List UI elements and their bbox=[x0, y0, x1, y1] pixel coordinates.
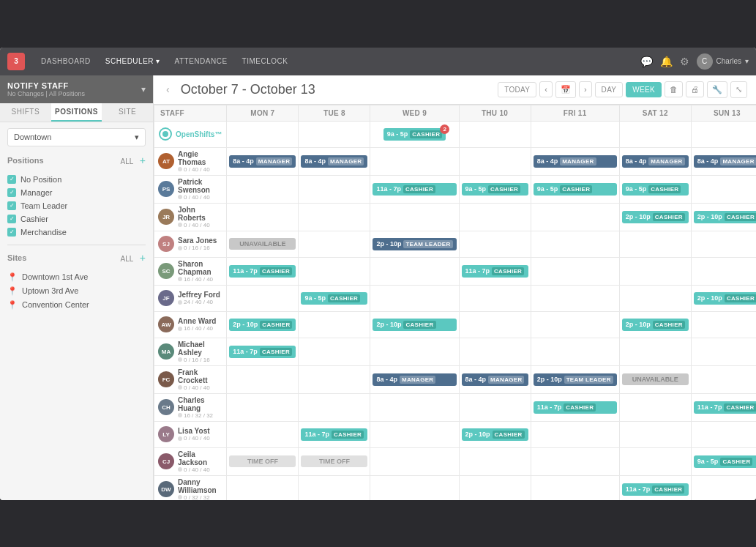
user-menu[interactable]: C Charles ▾ bbox=[697, 53, 749, 70]
tab-site[interactable]: SITE bbox=[102, 103, 153, 122]
fullscreen-btn[interactable]: ⤡ bbox=[730, 81, 747, 98]
shift-block[interactable]: 2p - 10p CASHIER bbox=[229, 319, 296, 331]
cell-ceila-jackson-tue[interactable]: TIME OFF bbox=[299, 447, 370, 475]
cell-danny-williamson-fri[interactable] bbox=[531, 475, 619, 500]
cell-ceila-jackson-fri[interactable] bbox=[531, 447, 619, 475]
cell-charles-huang-wed[interactable] bbox=[370, 393, 459, 421]
cell-sharon-chapman-sat[interactable] bbox=[619, 257, 691, 285]
cell-frank-crockett-fri[interactable]: 2p - 10p TEAM LEADER bbox=[531, 365, 619, 393]
print-btn[interactable]: 🖨 bbox=[686, 81, 704, 97]
cell-frank-crockett-mon[interactable] bbox=[227, 365, 299, 393]
cell-john-roberts-fri[interactable] bbox=[531, 203, 619, 231]
cell-michael-ashley-fri[interactable] bbox=[531, 338, 619, 365]
cell-patrick-swenson-thu[interactable]: 9a - 5p CASHIER bbox=[459, 175, 531, 203]
shift-block[interactable]: UNAVAILABLE bbox=[229, 238, 296, 250]
shift-block[interactable]: 11a - 7p CASHIER bbox=[462, 265, 528, 278]
trash-btn[interactable]: 🗑 bbox=[665, 81, 683, 97]
cell-patrick-swenson-sat[interactable]: 9a - 5p CASHIER bbox=[619, 175, 691, 203]
cell-patrick-swenson-wed[interactable]: 11a - 7p CASHIER bbox=[370, 175, 459, 203]
cell-anne-ward-mon[interactable]: 2p - 10p CASHIER bbox=[227, 311, 299, 338]
shift-block[interactable]: 11a - 7p CASHIER bbox=[622, 483, 689, 496]
cell-jeffrey-ford-wed[interactable] bbox=[370, 285, 459, 311]
nav-scheduler[interactable]: SCHEDULER ▾ bbox=[100, 54, 166, 68]
cell-charles-huang-tue[interactable] bbox=[299, 393, 370, 421]
shift-block[interactable]: 9a - 5p CASHIER 2 bbox=[383, 128, 446, 141]
cell-angie-thomas-tue[interactable]: 8a - 4p MANAGER bbox=[299, 147, 370, 175]
cell-john-roberts-sun[interactable]: 2p - 10p CASHIER bbox=[691, 203, 756, 231]
cell-michael-ashley-wed[interactable] bbox=[370, 338, 459, 365]
shift-block[interactable]: 8a - 4p MANAGER bbox=[301, 155, 367, 168]
cell-ceila-jackson-thu[interactable] bbox=[459, 447, 531, 475]
shift-block[interactable]: UNAVAILABLE bbox=[622, 373, 689, 385]
cell-michael-ashley-sat[interactable] bbox=[619, 338, 691, 365]
nav-dashboard[interactable]: DASHBOARD bbox=[35, 54, 97, 68]
cell-john-roberts-wed[interactable] bbox=[370, 203, 459, 231]
notify-staff-header[interactable]: NOTIFY STAFF No Changes | All Positions … bbox=[0, 75, 153, 103]
location-dropdown[interactable]: Downtown ▾ bbox=[7, 128, 146, 146]
cell-lisa-yost-thu[interactable]: 2p - 10p CASHIER bbox=[459, 421, 531, 447]
cell-patrick-swenson-mon[interactable] bbox=[227, 175, 299, 203]
cell-angie-thomas-wed[interactable] bbox=[370, 147, 459, 175]
shift-block[interactable]: 2p - 10p TEAM LEADER bbox=[373, 238, 456, 250]
shift-block[interactable]: 2p - 10p CASHIER bbox=[462, 428, 528, 441]
cell-sara-jones-fri[interactable] bbox=[531, 231, 619, 257]
cell-lisa-yost-tue[interactable]: 11a - 7p CASHIER bbox=[299, 421, 370, 447]
open-shift-sun[interactable] bbox=[691, 121, 756, 147]
cell-danny-williamson-sun[interactable] bbox=[691, 475, 756, 500]
chat-icon[interactable]: 💬 bbox=[640, 56, 653, 67]
app-logo[interactable]: 3 bbox=[7, 53, 25, 70]
cell-michael-ashley-tue[interactable] bbox=[299, 338, 370, 365]
cell-john-roberts-sat[interactable]: 2p - 10p CASHIER bbox=[619, 203, 691, 231]
cell-jeffrey-ford-fri[interactable] bbox=[531, 285, 619, 311]
sites-all-btn[interactable]: ALL bbox=[121, 255, 134, 263]
cell-anne-ward-sun[interactable] bbox=[691, 311, 756, 338]
shift-block[interactable]: 11a - 7p CASHIER bbox=[373, 183, 456, 196]
shift-block[interactable]: 2p - 10p CASHIER bbox=[694, 292, 756, 305]
cell-angie-thomas-thu[interactable] bbox=[459, 147, 531, 175]
shift-block[interactable]: 11a - 7p CASHIER bbox=[694, 401, 756, 414]
site-downtown[interactable]: 📍 Downtown 1st Ave bbox=[7, 270, 146, 284]
cell-sharon-chapman-tue[interactable] bbox=[299, 257, 370, 285]
shift-block[interactable]: 11a - 7p CASHIER bbox=[229, 265, 296, 278]
cell-angie-thomas-fri[interactable]: 8a - 4p MANAGER bbox=[531, 147, 619, 175]
cell-ceila-jackson-mon[interactable]: TIME OFF bbox=[227, 447, 299, 475]
shift-block[interactable]: 11a - 7p CASHIER bbox=[301, 428, 367, 441]
settings-icon[interactable]: ⚙ bbox=[680, 56, 689, 67]
cell-sara-jones-tue[interactable] bbox=[299, 231, 370, 257]
position-team-leader[interactable]: ✓ Team Leader bbox=[7, 199, 146, 212]
cell-patrick-swenson-tue[interactable] bbox=[299, 175, 370, 203]
cell-sara-jones-thu[interactable] bbox=[459, 231, 531, 257]
cell-jeffrey-ford-sat[interactable] bbox=[619, 285, 691, 311]
shift-block[interactable]: 11a - 7p CASHIER bbox=[534, 401, 617, 414]
open-shift-thu[interactable] bbox=[459, 121, 531, 147]
shift-block[interactable]: 9a - 5p CASHIER bbox=[622, 183, 689, 196]
cell-frank-crockett-sat[interactable]: UNAVAILABLE bbox=[619, 365, 691, 393]
shift-block[interactable]: 2p - 10p TEAM LEADER bbox=[534, 373, 617, 386]
site-convention[interactable]: 📍 Convention Center bbox=[7, 298, 146, 312]
positions-add-btn[interactable]: + bbox=[140, 155, 146, 166]
shift-block[interactable]: 8a - 4p MANAGER bbox=[694, 155, 756, 168]
cell-sara-jones-sun[interactable] bbox=[691, 231, 756, 257]
position-manager[interactable]: ✓ Manager bbox=[7, 186, 146, 199]
shift-block[interactable]: TIME OFF bbox=[301, 455, 367, 467]
cell-anne-ward-thu[interactable] bbox=[459, 311, 531, 338]
cell-angie-thomas-sun[interactable]: 8a - 4p MANAGER bbox=[691, 147, 756, 175]
shift-block[interactable]: 2p - 10p CASHIER bbox=[373, 319, 456, 331]
cell-john-roberts-thu[interactable] bbox=[459, 203, 531, 231]
open-shift-tue[interactable] bbox=[299, 121, 370, 147]
cell-sara-jones-wed[interactable]: 2p - 10p TEAM LEADER bbox=[370, 231, 459, 257]
cell-sharon-chapman-thu[interactable]: 11a - 7p CASHIER bbox=[459, 257, 531, 285]
cell-anne-ward-sat[interactable]: 2p - 10p CASHIER bbox=[619, 311, 691, 338]
cell-ceila-jackson-sun[interactable]: 9a - 5p CASHIER bbox=[691, 447, 756, 475]
tool-btn[interactable]: 🔧 bbox=[707, 81, 727, 98]
cell-michael-ashley-mon[interactable]: 11a - 7p CASHIER bbox=[227, 338, 299, 365]
cell-charles-huang-fri[interactable]: 11a - 7p CASHIER bbox=[531, 393, 619, 421]
cell-sara-jones-mon[interactable]: UNAVAILABLE bbox=[227, 231, 299, 257]
shift-block[interactable]: 9a - 5p CASHIER bbox=[694, 455, 756, 468]
cell-charles-huang-thu[interactable] bbox=[459, 393, 531, 421]
cell-john-roberts-tue[interactable] bbox=[299, 203, 370, 231]
shift-block[interactable]: 8a - 4p MANAGER bbox=[622, 155, 689, 168]
cell-jeffrey-ford-tue[interactable]: 9a - 5p CASHIER bbox=[299, 285, 370, 311]
cell-lisa-yost-sat[interactable] bbox=[619, 421, 691, 447]
position-merchandise[interactable]: ✓ Merchandise bbox=[7, 226, 146, 239]
